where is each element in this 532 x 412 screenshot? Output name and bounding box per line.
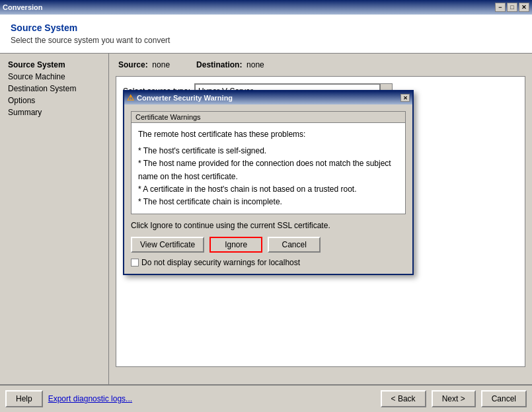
right-content: Source: none Destination: none Select so… — [109, 54, 532, 384]
minimize-button[interactable]: − — [495, 3, 506, 12]
help-button[interactable]: Help — [5, 390, 43, 407]
destination-info: Destination: none — [196, 60, 264, 69]
ignore-text: Click Ignore to continue using the curre… — [131, 221, 406, 230]
cert-group-title: Certificate Warnings — [132, 112, 405, 123]
main-window: Source System Select the source system y… — [0, 15, 532, 412]
page-subtitle: Select the source system you want to con… — [11, 36, 521, 45]
sidebar-item-source-machine[interactable]: Source Machine — [3, 71, 106, 83]
warning-icon: ⚠ — [127, 93, 134, 103]
dialog-close-button[interactable]: ✕ — [400, 94, 410, 102]
content-area: Source System Source Machine Destination… — [0, 54, 532, 384]
info-bar: Source: none Destination: none — [116, 60, 525, 69]
warning-2: * The host name provided for the connect… — [138, 157, 399, 183]
security-dialog: ⚠ Converter Security Warning ✕ Certifica… — [123, 90, 414, 275]
title-bar-controls: − □ ✕ — [495, 3, 529, 12]
sidebar-item-options[interactable]: Options — [3, 95, 106, 106]
close-button[interactable]: ✕ — [519, 3, 529, 12]
sidebar-item-source-system[interactable]: Source System — [3, 59, 106, 71]
source-info: Source: none — [118, 60, 170, 69]
maximize-button[interactable]: □ — [507, 3, 517, 12]
header-area: Source System Select the source system y… — [0, 15, 532, 54]
page-title: Source System — [11, 22, 521, 33]
export-diagnostic-link[interactable]: Export diagnostic logs... — [48, 394, 132, 403]
cert-group-body: The remote host certificate has these pr… — [132, 123, 405, 214]
next-button[interactable]: Next > — [432, 390, 476, 407]
back-button[interactable]: < Back — [381, 390, 426, 407]
destination-value: none — [247, 60, 264, 69]
title-text: Conversion — [3, 3, 495, 11]
warning-4: * The host certificate chain is incomple… — [138, 196, 399, 208]
sidebar-item-summary[interactable]: Summary — [3, 106, 106, 118]
warning-1: * The host's certificate is self-signed. — [138, 145, 399, 157]
dialog-title-bar: ⚠ Converter Security Warning ✕ — [124, 91, 412, 104]
main-panel: Select source type: Hyper-V Server ▼ Con… — [116, 76, 525, 367]
dialog-buttons: View Certificate Ignore Cancel — [131, 237, 406, 253]
no-warning-checkbox[interactable] — [131, 259, 139, 267]
no-warning-label[interactable]: Do not display security warnings for loc… — [141, 258, 300, 267]
warning-intro: The remote host certificate has these pr… — [138, 128, 399, 141]
title-bar: Conversion − □ ✕ — [0, 0, 532, 15]
checkbox-row: Do not display security warnings for loc… — [131, 258, 406, 267]
bottom-bar: Help Export diagnostic logs... < Back Ne… — [0, 384, 532, 412]
dialog-overlay: ⚠ Converter Security Warning ✕ Certifica… — [116, 77, 525, 366]
dialog-title-text: Converter Security Warning — [137, 94, 400, 102]
warning-3: * A certificate in the host's chain is n… — [138, 183, 399, 196]
source-value: none — [152, 60, 170, 69]
ignore-button[interactable]: Ignore — [209, 237, 262, 253]
sidebar-item-destination-system[interactable]: Destination System — [3, 83, 106, 95]
cancel-dialog-button[interactable]: Cancel — [268, 237, 321, 253]
cert-warnings-group: Certificate Warnings The remote host cer… — [131, 111, 406, 214]
view-certificate-button[interactable]: View Certificate — [131, 237, 204, 253]
dialog-body: Certificate Warnings The remote host cer… — [124, 104, 412, 274]
sidebar: Source System Source Machine Destination… — [0, 54, 109, 384]
cancel-button[interactable]: Cancel — [481, 390, 527, 407]
